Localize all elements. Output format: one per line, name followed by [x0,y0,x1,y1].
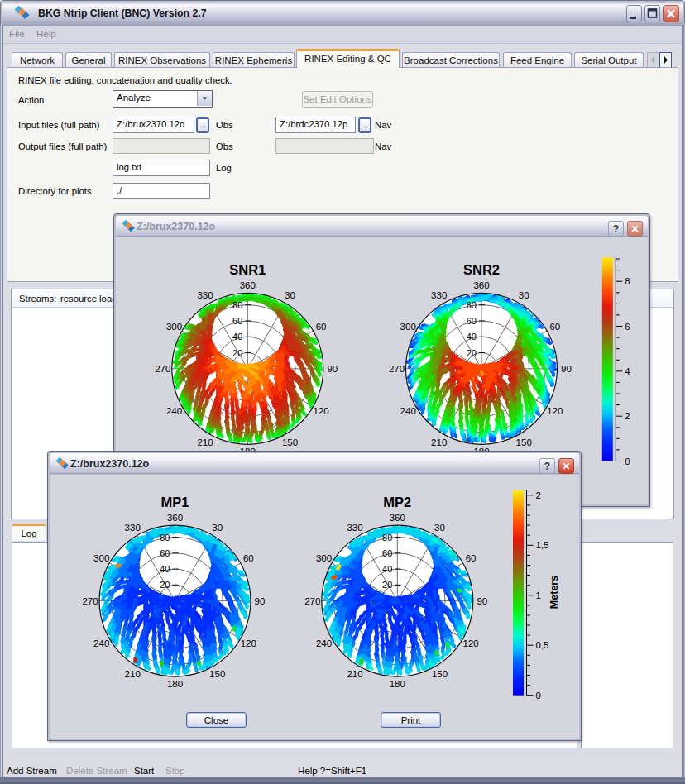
svg-text:60: 60 [160,548,170,558]
svg-text:330: 330 [197,290,213,300]
svg-text:270: 270 [82,596,98,606]
svg-text:20: 20 [160,580,170,590]
svg-text:120: 120 [314,406,329,416]
svg-text:330: 330 [347,523,362,533]
svg-text:6: 6 [625,322,630,332]
svg-text:300: 300 [166,322,182,332]
svg-text:80: 80 [467,300,477,310]
svg-text:300: 300 [93,553,109,563]
svg-text:60: 60 [382,548,392,558]
svg-text:240: 240 [400,406,416,416]
svg-text:360: 360 [390,513,405,523]
svg-text:180: 180 [167,679,183,689]
svg-text:SNR1: SNR1 [229,262,266,277]
svg-text:0: 0 [625,457,630,466]
svg-text:MP2: MP2 [383,495,411,509]
svg-text:20: 20 [467,348,477,358]
svg-text:150: 150 [432,669,448,679]
svg-text:330: 330 [431,290,447,300]
svg-text:330: 330 [125,523,141,533]
svg-text:80: 80 [232,300,242,310]
svg-text:210: 210 [431,437,447,447]
svg-text:40: 40 [382,564,392,574]
svg-text:2: 2 [625,411,630,421]
svg-text:60: 60 [243,553,254,563]
svg-text:240: 240 [166,406,182,416]
svg-text:150: 150 [282,437,298,447]
svg-text:360: 360 [473,280,489,290]
svg-text:MP1: MP1 [161,495,189,509]
svg-text:40: 40 [160,564,170,574]
svg-text:8: 8 [625,276,630,286]
svg-text:4: 4 [625,366,630,376]
svg-text:210: 210 [197,437,213,447]
svg-text:240: 240 [93,638,109,648]
svg-text:2: 2 [536,490,541,500]
svg-text:270: 270 [304,596,320,606]
svg-text:60: 60 [232,316,242,326]
svg-text:1,5: 1,5 [536,540,549,550]
svg-text:80: 80 [160,533,170,543]
svg-text:360: 360 [167,513,183,523]
svg-text:90: 90 [561,364,572,374]
svg-text:SNR2: SNR2 [463,262,500,277]
svg-text:20: 20 [232,348,242,358]
svg-text:30: 30 [212,523,223,533]
svg-text:0,5: 0,5 [536,640,549,650]
svg-text:120: 120 [547,406,563,416]
svg-text:120: 120 [463,638,479,648]
svg-text:150: 150 [516,437,532,447]
svg-text:60: 60 [316,322,327,332]
svg-text:30: 30 [285,290,295,300]
svg-text:1: 1 [536,590,541,600]
svg-text:120: 120 [241,638,256,648]
svg-text:210: 210 [125,669,141,679]
svg-text:60: 60 [549,322,560,332]
svg-text:20: 20 [382,580,392,590]
svg-text:90: 90 [327,364,338,374]
svg-text:30: 30 [519,290,529,300]
svg-text:270: 270 [155,364,170,374]
svg-text:90: 90 [477,596,487,606]
svg-text:30: 30 [434,523,445,533]
svg-text:Meters: Meters [548,576,560,609]
svg-text:0: 0 [536,691,541,700]
svg-text:180: 180 [390,679,405,689]
svg-text:60: 60 [466,553,477,563]
svg-text:80: 80 [382,533,392,543]
svg-text:360: 360 [240,280,256,290]
svg-text:150: 150 [209,669,225,679]
svg-text:210: 210 [347,669,362,679]
svg-text:270: 270 [389,364,405,374]
svg-text:240: 240 [316,638,332,648]
svg-text:40: 40 [467,332,477,342]
svg-text:40: 40 [232,332,242,342]
svg-text:90: 90 [255,596,266,606]
svg-text:300: 300 [400,322,416,332]
svg-text:300: 300 [316,553,332,563]
svg-text:60: 60 [467,316,477,326]
